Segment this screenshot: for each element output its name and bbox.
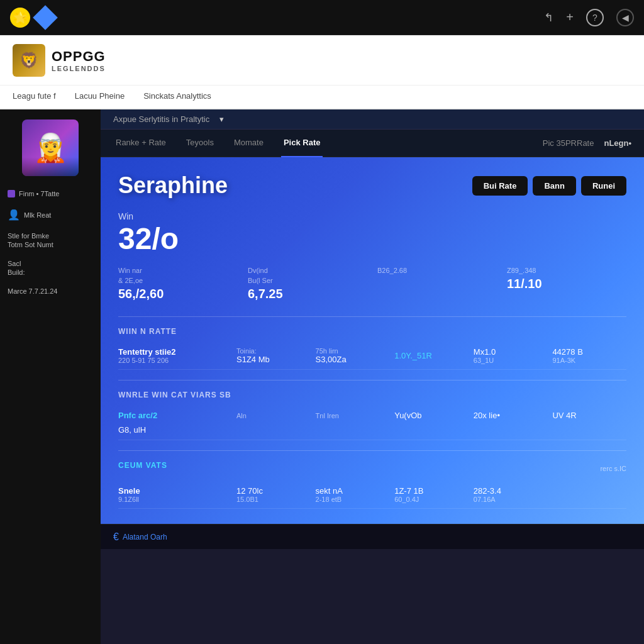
top-navigation: 🌟 ↰ + ? ◀ — [0, 0, 644, 35]
rank-icon — [8, 190, 15, 197]
tier-stat-col-4: 44278 B 91A-3K — [552, 347, 626, 364]
runes-button[interactable]: Runei — [581, 176, 626, 196]
stat-header-2: B26_2.68 — [377, 267, 497, 274]
tab-teyools[interactable]: Teyools — [184, 130, 216, 157]
stat-header-3: Z89_.348 — [507, 267, 626, 274]
stat-value-0: 56,/2,60 — [118, 287, 238, 301]
tier-aln: Aln — [236, 412, 311, 419]
champion-portrait: 🧝 — [22, 119, 79, 176]
winrate-label: Win — [118, 211, 626, 221]
stats-tabs: Ranke + Rate Teyools Momate Pick Rate Pi… — [101, 130, 644, 157]
tier-col2h: 75h lirn — [316, 347, 390, 355]
champion-header-bar: Axpue Serlytitis in Praltytic ▾ — [101, 109, 644, 130]
subnav-item-analytics[interactable]: Sinckats Analyttics — [143, 91, 211, 103]
tier-name-1: Pnfc arc/2 — [118, 411, 231, 420]
tier-row-0: Tentettry stiie2 220 5-91 75 206 Toinia:… — [118, 342, 626, 370]
action-buttons: Bui Rate Bann Runei — [472, 176, 626, 196]
sidebar-rank-row: Finm • 7Tatte — [8, 187, 93, 200]
sidebar-rank-label: Finm • 7Tatte — [19, 190, 59, 197]
ban-button[interactable]: Bann — [533, 176, 576, 196]
build-rate-button[interactable]: Bui Rate — [472, 176, 528, 196]
nav-back-arrow-icon[interactable]: ◀ — [616, 9, 634, 26]
divider-3 — [118, 450, 626, 451]
champion-name-row: Seraphine Bui Rate Bann Runei — [118, 172, 626, 199]
builds-chevron-icon: ▾ — [626, 54, 631, 66]
subnav-item-lacuu[interactable]: Lacuu Pheine — [75, 91, 125, 103]
divider-2 — [118, 380, 626, 380]
tier-c5v: 1Z-7 1B — [394, 486, 469, 496]
nav-add-icon[interactable]: + — [566, 10, 574, 25]
champion-name: Seraphine — [118, 172, 228, 199]
stat-col-1: Dv(ind Bu(l Ser 6,7.25 — [248, 267, 367, 301]
stat-value-1: 6,7.25 — [248, 287, 367, 301]
tier-val2: sekt nA 2-18 etB — [316, 486, 390, 503]
tier-stat-col-0: Toinia: S1Z4 Mb — [236, 347, 311, 364]
legend-label: nLegn• — [604, 138, 631, 148]
tier-row-2: Snele 9.1Z6ll 12 70lc 15.0B1 sekt nA 2-1… — [118, 481, 626, 509]
divider-1 — [118, 316, 626, 317]
stat-sub-0: & 2E,oe — [118, 277, 238, 284]
sidebar-style-section: Stle for Bmke Totm Sot Numt — [8, 230, 93, 251]
blue-stats-section: Seraphine Bui Rate Bann Runei Win 32/o W… — [101, 157, 644, 524]
main-header: 🦁 OPPGG LEGLENDDS Builds ▾ — [0, 35, 644, 86]
logo-icon-circle[interactable]: 🌟 — [10, 8, 30, 28]
tab-momate[interactable]: Momate — [231, 130, 266, 157]
tier-c7v: 282-3.4 — [474, 486, 548, 496]
person-icon: 👤 — [8, 209, 20, 221]
footer-link[interactable]: Alatand Oarh — [123, 533, 167, 541]
tier-c6v: 60_0.4J — [394, 496, 469, 503]
header-right: Builds ▾ — [593, 54, 631, 66]
builds-button[interactable]: Builds ▾ — [593, 54, 631, 66]
sidebar-totm-label: Totm Sot Numt — [8, 241, 93, 248]
tab-rank-rate[interactable]: Ranke + Rate — [113, 130, 169, 157]
subnav-item-league[interactable]: Leagu fute f — [13, 91, 56, 103]
tier-col3v-1: Yu(vOb — [394, 411, 469, 420]
tier-section-2: Ceum Vats rerc s.IC Snele 9.1Z6ll 12 70l… — [118, 461, 626, 509]
tier-section-1: Wnrle Win cat viars Sb Pnfc arc/2 Aln Tn… — [118, 391, 626, 440]
tier-name-2: Snele — [118, 486, 231, 496]
tier-name-col: Tentettry stiie2 220 5-91 75 206 — [118, 347, 231, 364]
logo-title: OPPGG — [52, 48, 106, 65]
tier-tnl: Tnl Iren — [316, 412, 390, 419]
tier-sub-2: 9.1Z6ll — [118, 496, 231, 503]
stats-grid: Win nar & 2E,oe 56,/2,60 Dv(ind Bu(l Ser… — [118, 267, 626, 301]
sidebar-meta-label: Mlk Reat — [24, 211, 51, 219]
footer-icon: € — [113, 531, 119, 543]
top-nav-left: 🌟 — [10, 8, 54, 28]
tier-section-0: Wiin n ratte Tentettry stiie2 220 5-91 7… — [118, 327, 626, 370]
tier-sub-0: 220 5-91 75 206 — [118, 357, 231, 364]
content-footer: € Alatand Oarh — [101, 524, 644, 549]
champion-bar-dropdown[interactable]: ▾ — [219, 114, 224, 124]
winrate-section: Win 32/o — [118, 211, 626, 254]
sidebar-build-label: Build: — [8, 269, 93, 276]
tier-c4v: 2-18 etB — [316, 496, 390, 503]
sub-navigation: Leagu fute f Lacuu Pheine Sinckats Analy… — [0, 86, 644, 109]
logo-subtitle: LEGLENDDS — [52, 65, 106, 72]
tier-col4v: Mx1.0 — [474, 347, 548, 357]
tier-col5v-1: UV 4R — [552, 411, 626, 420]
tier-stat-col-1: 75h lirn S3,00Za — [316, 347, 390, 364]
sidebar-match-label: Marce 7.7.21.24 — [8, 287, 93, 295]
tier-c1v: 12 70lc — [236, 486, 311, 496]
tier-col5v: 63_1U — [474, 357, 548, 364]
tier-name-0: Tentettry stiie2 — [118, 347, 231, 357]
champion-bar-text: Axpue Serlytitis in Praltytic — [113, 114, 209, 124]
sidebar: 🧝 Finm • 7Tatte 👤 Mlk Reat Stle for Bmke… — [0, 109, 101, 644]
nav-diamond-icon[interactable] — [33, 5, 58, 30]
sidebar-sacl-section: Sacl Build: — [8, 257, 93, 279]
tier-col6v-1: G8, ulH — [118, 425, 231, 435]
nav-help-icon[interactable]: ? — [586, 9, 604, 26]
tier-col3v: 1.0Y._51R — [394, 351, 469, 360]
nav-back-icon[interactable]: ↰ — [544, 11, 553, 25]
top-nav-right: ↰ + ? ◀ — [544, 9, 634, 26]
stat-sub-1: Bu(l Ser — [248, 277, 367, 284]
tier-col1h: Toinia: — [236, 347, 311, 355]
sidebar-style-label: Stle for Bmke — [8, 232, 93, 240]
pick-rate-right-label: Pic 35PRRate — [543, 138, 594, 148]
tier-c8v: 07.16A — [474, 496, 548, 503]
tab-pick-rate[interactable]: Pick Rate — [281, 130, 323, 157]
stat-col-0: Win nar & 2E,oe 56,/2,60 — [118, 267, 238, 301]
tier-name-col-2: Snele 9.1Z6ll — [118, 486, 231, 503]
stat-header-0: Win nar — [118, 267, 238, 274]
tier-val3: 1Z-7 1B 60_0.4J — [394, 486, 469, 503]
